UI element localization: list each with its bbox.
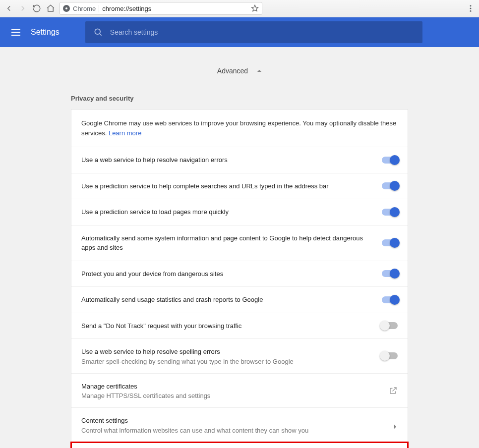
setting-row: Send a "Do Not Track" request with your …	[71, 313, 408, 339]
setting-primary-label: Automatically send some system informati…	[81, 233, 372, 253]
toggle-knob	[390, 238, 400, 248]
browser-menu-button[interactable]	[466, 4, 475, 13]
toggle-switch[interactable]	[382, 209, 398, 216]
content-scroll-area[interactable]: Advanced Privacy and security Google Chr…	[0, 47, 479, 448]
url-page: settings	[129, 5, 151, 12]
toggle-knob	[380, 351, 390, 361]
setting-text: Content settingsControl what information…	[81, 416, 383, 434]
forward-button[interactable]	[18, 3, 28, 13]
settings-card: Google Chrome may use web services to im…	[71, 109, 408, 448]
setting-row: Use a prediction service to help complet…	[71, 173, 408, 200]
setting-primary-label: Send a "Do Not Track" request with your …	[81, 321, 372, 331]
setting-text: Use a prediction service to help complet…	[81, 181, 372, 191]
setting-text: Send a "Do Not Track" request with your …	[81, 321, 372, 331]
setting-row[interactable]: Content settingsControl what information…	[71, 408, 408, 443]
chevron-right-icon	[393, 422, 398, 427]
setting-secondary-label: Control what information websites can us…	[81, 427, 383, 434]
page-title: Settings	[31, 28, 60, 37]
origin-chip: Chrome	[73, 5, 99, 12]
setting-text: Use a web service to help resolve naviga…	[81, 155, 372, 165]
setting-primary-label: Use a web service to help resolve naviga…	[81, 155, 372, 165]
setting-row: Use a prediction service to load pages m…	[71, 199, 408, 225]
toggle-knob	[390, 181, 400, 191]
setting-primary-label: Protect you and your device from dangero…	[81, 269, 372, 279]
setting-row[interactable]: Manage certificatesManage HTTPS/SSL cert…	[71, 374, 408, 408]
toggle-switch[interactable]	[382, 296, 398, 303]
toggle-switch[interactable]	[382, 322, 398, 329]
setting-text: Automatically send some system informati…	[81, 233, 372, 253]
setting-primary-label: Automatically send usage statistics and …	[81, 295, 372, 305]
home-button[interactable]	[46, 3, 56, 13]
toggle-knob	[390, 207, 400, 217]
advanced-toggle[interactable]: Advanced	[217, 67, 262, 75]
menu-icon[interactable]	[10, 26, 22, 38]
address-bar[interactable]: Chrome chrome://settings	[60, 2, 262, 15]
setting-primary-label: Use a web service to help resolve spelli…	[81, 347, 372, 357]
setting-row: Automatically send some system informati…	[71, 225, 408, 261]
svg-point-1	[470, 5, 472, 6]
setting-row[interactable]: Clear browsing dataClear history, cookie…	[71, 443, 408, 448]
advanced-label: Advanced	[217, 67, 248, 75]
open-external-icon	[389, 386, 398, 395]
url-prefix: chrome://	[102, 5, 129, 12]
toggle-knob	[390, 295, 400, 305]
browser-toolbar: Chrome chrome://settings	[0, 0, 479, 17]
toggle-switch[interactable]	[382, 270, 398, 277]
svg-point-3	[470, 10, 472, 12]
setting-row: Use a web service to help resolve spelli…	[71, 339, 408, 374]
search-icon	[93, 27, 103, 37]
toggle-switch[interactable]	[382, 182, 398, 189]
setting-text: Protect you and your device from dangero…	[81, 269, 372, 279]
url-text: chrome://settings	[102, 5, 151, 12]
svg-point-0	[65, 7, 67, 9]
search-input[interactable]	[110, 28, 415, 36]
search-box[interactable]	[85, 21, 422, 43]
svg-point-2	[470, 8, 472, 9]
privacy-section: Privacy and security Google Chrome may u…	[71, 95, 408, 448]
setting-row: Automatically send usage statistics and …	[71, 287, 408, 313]
setting-text: Use a web service to help resolve spelli…	[81, 347, 372, 365]
settings-header: Settings	[0, 17, 479, 47]
setting-text: Automatically send usage statistics and …	[81, 295, 372, 305]
chevron-up-icon	[257, 68, 262, 73]
site-chrome-icon	[63, 5, 70, 12]
section-title: Privacy and security	[71, 95, 408, 102]
setting-row: Protect you and your device from dangero…	[71, 261, 408, 287]
reload-button[interactable]	[32, 3, 42, 13]
setting-text: Manage certificatesManage HTTPS/SSL cert…	[81, 382, 379, 400]
svg-point-4	[95, 29, 100, 34]
toggle-switch[interactable]	[382, 239, 398, 246]
setting-primary-label: Use a prediction service to help complet…	[81, 181, 372, 191]
toggle-switch[interactable]	[382, 157, 398, 164]
setting-secondary-label: Smarter spell-checking by sending what y…	[81, 358, 372, 365]
toggle-switch[interactable]	[382, 352, 398, 359]
setting-primary-label: Content settings	[81, 416, 383, 426]
back-button[interactable]	[4, 3, 14, 13]
toggle-knob	[390, 155, 400, 165]
toggle-knob	[380, 321, 390, 331]
setting-primary-label: Manage certificates	[81, 382, 379, 392]
toggle-knob	[390, 269, 400, 279]
setting-text: Use a prediction service to load pages m…	[81, 207, 372, 217]
intro-row: Google Chrome may use web services to im…	[71, 110, 408, 147]
bookmark-star-icon[interactable]	[251, 4, 259, 12]
learn-more-link[interactable]: Learn more	[109, 129, 141, 137]
setting-secondary-label: Manage HTTPS/SSL certificates and settin…	[81, 392, 379, 399]
setting-primary-label: Use a prediction service to load pages m…	[81, 207, 372, 217]
setting-row: Use a web service to help resolve naviga…	[71, 147, 408, 173]
